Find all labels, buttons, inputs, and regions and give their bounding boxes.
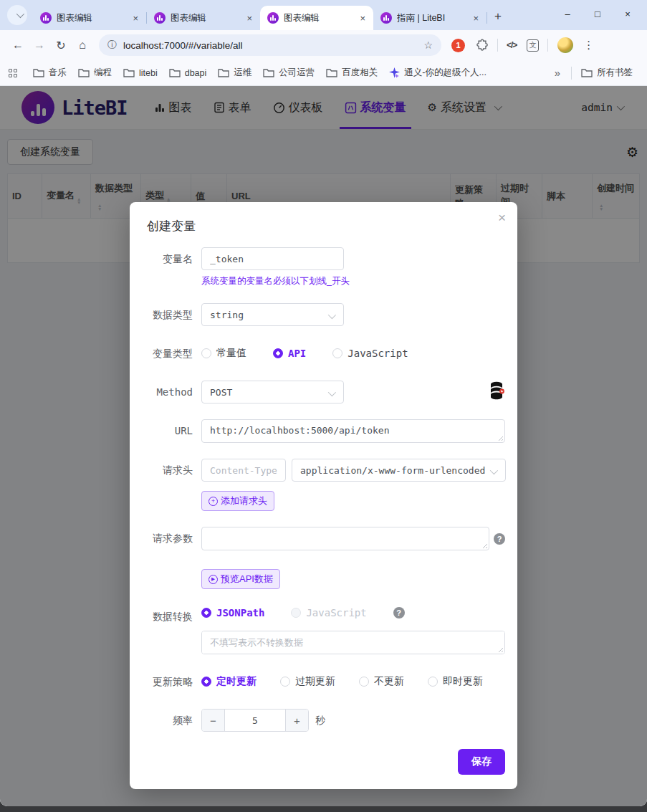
folder-icon — [78, 68, 90, 77]
tab-strip: 图表编辑 × 图表编辑 × 图表编辑 × 指南 | LiteBI × + – □… — [0, 0, 647, 30]
bookmark-folder[interactable]: 运维 — [212, 64, 257, 82]
field-request-params: 请求参数 ? ▶ 预览API数据 — [147, 527, 505, 589]
bookmarks-bar: 音乐 编程 litebi dbapi 运维 公司运营 百度相关 通义-你的超级个… — [0, 60, 647, 86]
field-method: Method POST — [147, 381, 505, 403]
transform-textarea[interactable] — [201, 631, 505, 654]
folder-icon — [581, 68, 593, 77]
radio-instant-update[interactable]: 即时更新 — [428, 675, 483, 688]
method-select[interactable]: POST — [201, 381, 344, 403]
frequency-stepper: − + — [201, 709, 309, 732]
window-close-button[interactable]: × — [613, 9, 643, 19]
new-tab-button[interactable]: + — [487, 9, 509, 30]
profile-avatar[interactable] — [557, 37, 573, 53]
radio-transform-javascript[interactable]: JavaScript — [291, 607, 366, 618]
variable-name-input[interactable] — [201, 247, 344, 270]
radio-icon — [428, 677, 438, 687]
increment-button[interactable]: + — [286, 710, 308, 731]
chevron-down-icon — [328, 388, 336, 396]
forward-button[interactable]: → — [29, 34, 50, 56]
field-label: Method — [147, 381, 193, 403]
play-circle-icon: ▶ — [209, 575, 218, 584]
toolbar-divider — [497, 39, 498, 52]
bookmark-folder[interactable]: litebi — [118, 65, 163, 81]
site-info-icon[interactable]: ⓘ — [107, 39, 117, 52]
browser-window: 图表编辑 × 图表编辑 × 图表编辑 × 指南 | LiteBI × + – □… — [0, 0, 647, 806]
field-data-transform: 数据转换 JSONPath JavaScript ? — [147, 605, 505, 654]
toolbar-divider — [547, 39, 548, 52]
tab-close-icon[interactable]: × — [244, 13, 254, 24]
field-label: 请求参数 — [147, 527, 193, 589]
home-button[interactable]: ⌂ — [72, 34, 93, 56]
tab-close-icon[interactable]: × — [130, 13, 140, 24]
bookmark-ai[interactable]: 通义-你的超级个人... — [383, 64, 492, 82]
back-button[interactable]: ← — [7, 34, 29, 56]
frequency-input[interactable] — [224, 710, 286, 731]
folder-icon — [169, 68, 181, 77]
data-type-select[interactable]: string — [201, 303, 344, 326]
bookmark-folder[interactable]: dbapi — [163, 65, 213, 81]
transform-help-icon[interactable]: ? — [393, 607, 405, 618]
chevron-down-icon — [328, 311, 336, 319]
folder-icon — [263, 68, 274, 77]
variable-name-help: 系统变量的变量名必须以下划线_开头 — [201, 275, 505, 287]
address-bar[interactable]: ⓘ localhost:7000/#/variable/all ☆ — [99, 34, 441, 56]
radio-api[interactable]: API — [273, 348, 306, 359]
save-button[interactable]: 保存 — [458, 749, 505, 775]
url-text[interactable]: localhost:7000/#/variable/all — [123, 40, 423, 51]
minimize-button[interactable]: – — [552, 9, 583, 19]
radio-timed-update[interactable]: 定时更新 — [201, 675, 257, 688]
bookmark-folder[interactable]: 公司运营 — [257, 64, 320, 82]
all-bookmarks-button[interactable]: 所有书签 — [575, 64, 638, 82]
tab-title: 图表编辑 — [171, 12, 239, 24]
modal-close-icon[interactable]: × — [498, 211, 506, 224]
radio-jsonpath[interactable]: JSONPath — [201, 607, 264, 618]
browser-menu-icon[interactable]: ⋮ — [579, 39, 598, 52]
add-header-button[interactable]: + 添加请求头 — [201, 491, 274, 511]
tab-title: 指南 | LiteBI — [397, 12, 466, 24]
folder-icon — [33, 68, 44, 77]
tab-guide[interactable]: 指南 | LiteBI × — [373, 6, 487, 30]
field-url: URL — [147, 419, 505, 443]
extensions-puzzle-icon[interactable] — [476, 39, 489, 52]
tab-chart-editor-active[interactable]: 图表编辑 × — [260, 6, 373, 30]
bookmarks-overflow-icon[interactable]: » — [547, 67, 567, 79]
bookmark-folder[interactable]: 编程 — [72, 64, 118, 82]
browser-toolbar: ← → ↻ ⌂ ⓘ localhost:7000/#/variable/all … — [0, 30, 647, 60]
params-textarea[interactable] — [201, 527, 489, 550]
tab-chart-editor-1[interactable]: 图表编辑 × — [33, 6, 146, 30]
radio-no-update[interactable]: 不更新 — [359, 675, 404, 688]
radio-javascript[interactable]: JavaScript — [332, 348, 408, 359]
chevron-down-icon — [490, 467, 498, 474]
create-variable-modal: 创建变量 × 变量名 系统变量的变量名必须以下划线_开头 数据类型 string — [130, 202, 517, 789]
decrement-button[interactable]: − — [202, 710, 224, 731]
preview-api-button[interactable]: ▶ 预览API数据 — [201, 569, 280, 589]
url-textarea[interactable] — [201, 419, 505, 443]
database-icon[interactable] — [489, 381, 505, 403]
field-label: 请求头 — [147, 459, 193, 511]
tab-chart-editor-2[interactable]: 图表编辑 × — [147, 6, 260, 30]
tab-close-icon[interactable]: × — [471, 13, 481, 24]
field-data-type: 数据类型 string — [147, 303, 505, 326]
maximize-button[interactable]: □ — [583, 9, 613, 19]
bookmark-folder[interactable]: 百度相关 — [320, 64, 383, 82]
tab-search-button[interactable] — [7, 5, 27, 25]
folder-icon — [218, 68, 229, 77]
params-help-icon[interactable]: ? — [494, 533, 505, 545]
app-region: LiteBI 图表 表单 仪表板 系统变量 — [0, 86, 647, 806]
bookmark-star-icon[interactable]: ☆ — [423, 39, 433, 51]
extension-red-icon[interactable]: 1 — [451, 39, 465, 52]
devtools-extension-icon[interactable]: </> — [507, 40, 517, 50]
header-key-input[interactable] — [201, 459, 286, 482]
radio-expire-update[interactable]: 过期更新 — [280, 675, 335, 688]
radio-constant[interactable]: 常量值 — [201, 347, 246, 360]
translate-icon[interactable]: 文 — [527, 39, 539, 52]
header-value-select[interactable]: application/x-www-form-urlencoded — [292, 459, 506, 482]
radio-icon — [332, 348, 342, 358]
chevron-down-icon — [16, 10, 24, 18]
litebi-favicon-icon — [40, 12, 52, 24]
bookmark-folder[interactable]: 音乐 — [27, 64, 72, 82]
apps-grid-icon[interactable] — [9, 69, 17, 77]
tab-close-icon[interactable]: × — [358, 13, 368, 24]
reload-button[interactable]: ↻ — [50, 34, 72, 56]
field-update-policy: 更新策略 定时更新 过期更新 不更新 即时更新 — [147, 670, 505, 693]
